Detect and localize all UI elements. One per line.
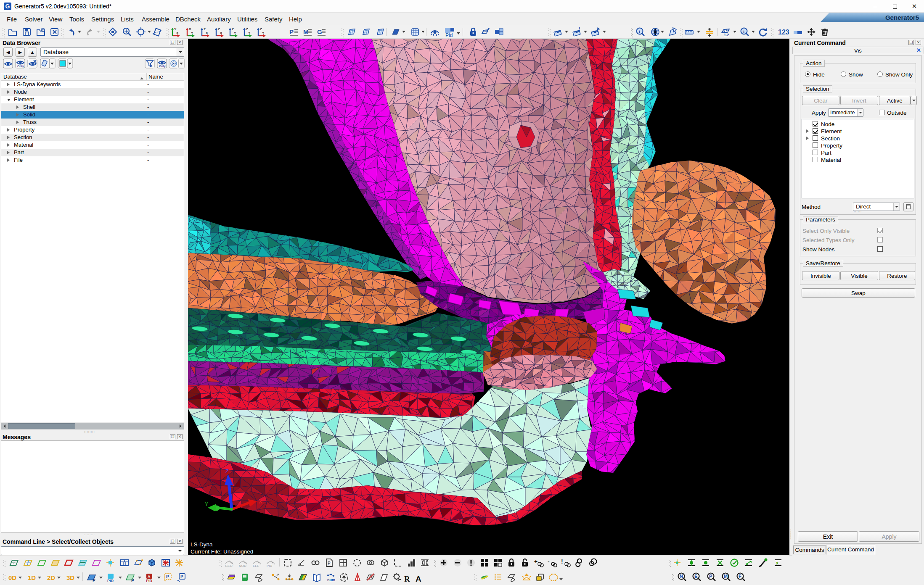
svg-text:x: x: [776, 560, 779, 565]
svg-text:X: X: [176, 31, 179, 35]
svg-text:M: M: [724, 574, 728, 579]
svg-text:0D: 0D: [8, 574, 16, 581]
svg-text:P: P: [180, 574, 183, 579]
svg-text:Z: Z: [232, 27, 234, 31]
svg-text:PID: PID: [146, 579, 153, 583]
svg-text:ELE: ELE: [253, 564, 259, 568]
svg-text:A: A: [416, 574, 421, 583]
svg-text:PID: PID: [267, 564, 273, 568]
svg-text:X: X: [206, 31, 208, 35]
svg-text:P: P: [289, 28, 294, 35]
svg-text:P: P: [328, 561, 331, 566]
svg-text:Z: Z: [260, 27, 262, 31]
svg-text:X: X: [259, 498, 262, 505]
svg-text:M: M: [303, 28, 309, 35]
svg-text:Z: Z: [225, 468, 229, 474]
svg-text:P: P: [93, 578, 95, 583]
svg-text:Y: Y: [248, 31, 251, 35]
svg-text:i: i: [743, 29, 744, 34]
svg-text:Y: Y: [234, 31, 236, 35]
svg-text:P: P: [709, 574, 712, 579]
svg-text:+: +: [534, 558, 537, 565]
svg-text:1D: 1D: [28, 574, 36, 581]
svg-text:NOD: NOD: [239, 564, 246, 568]
svg-text:Y: Y: [191, 31, 193, 35]
svg-text:&: &: [150, 64, 153, 68]
svg-text:i: i: [639, 29, 640, 34]
svg-text:N: N: [680, 574, 683, 579]
svg-text:PID: PID: [107, 579, 114, 583]
svg-text:X: X: [189, 27, 191, 31]
svg-text:X: X: [220, 31, 222, 35]
svg-text:A: A: [148, 574, 151, 579]
svg-text:!: !: [579, 26, 580, 32]
svg-text:Z: Z: [218, 27, 220, 31]
svg-text:Y: Y: [174, 27, 177, 31]
svg-text:-: -: [548, 558, 550, 565]
svg-text:Y: Y: [205, 501, 208, 507]
svg-text:Y: Y: [262, 31, 265, 35]
svg-text:P: P: [166, 574, 169, 579]
svg-text:Only: Only: [17, 65, 24, 68]
svg-text:2D: 2D: [47, 574, 55, 581]
svg-text:Z: Z: [246, 27, 248, 31]
svg-text:E: E: [694, 574, 697, 579]
svg-text:GEO: GEO: [225, 564, 233, 568]
svg-text:num: num: [327, 578, 335, 582]
svg-text:R: R: [404, 574, 410, 583]
svg-text:Only: Only: [159, 65, 166, 68]
svg-text:!: !: [561, 558, 563, 565]
svg-text:3D: 3D: [66, 574, 74, 581]
svg-text:F: F: [739, 574, 741, 579]
svg-text:Pid: Pid: [445, 32, 453, 38]
svg-text:123: 123: [778, 29, 789, 36]
svg-text:1.2: 1.2: [724, 33, 729, 37]
svg-text:Z: Z: [204, 27, 206, 31]
svg-text:P: P: [131, 578, 134, 583]
svg-text:G: G: [317, 28, 322, 35]
